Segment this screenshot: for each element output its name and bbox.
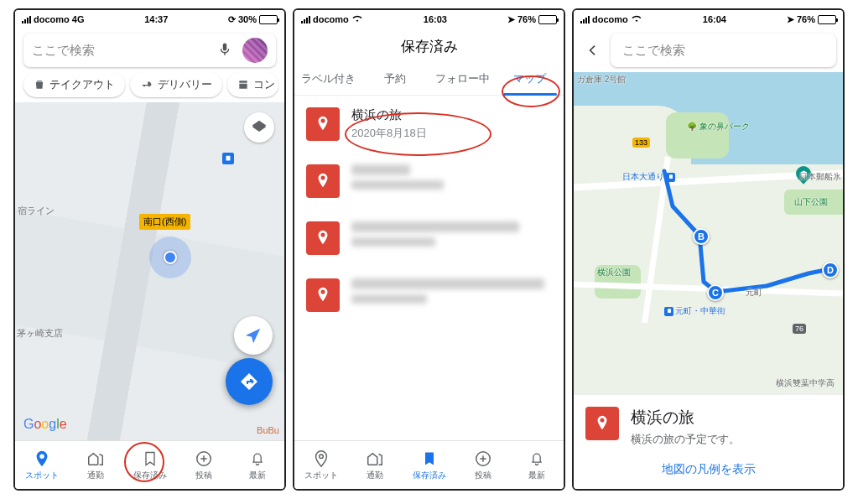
percent-badge: 76 <box>793 324 806 334</box>
nav-commute[interactable]: 通勤 <box>348 441 402 489</box>
tab-reservations[interactable]: 予約 <box>361 63 429 95</box>
waypoint-b[interactable]: B <box>693 228 710 245</box>
nav-commute[interactable]: 通勤 <box>69 441 122 489</box>
search-placeholder: ここで検索 <box>32 43 217 59</box>
microphone-icon[interactable] <box>217 42 229 59</box>
card-subtitle: 横浜の旅の予定です。 <box>631 432 740 447</box>
chevron-left-icon <box>586 44 600 57</box>
profile-avatar[interactable] <box>242 38 268 63</box>
label-yusen: 日本郵船氷 <box>799 171 841 183</box>
tabs: ラベル付き 予約 フォロー中 マップ <box>294 63 564 96</box>
tab-following[interactable]: フォロー中 <box>429 63 497 95</box>
locate-me-button[interactable] <box>234 316 273 355</box>
delivery-icon <box>140 79 153 91</box>
card-title: 横浜の旅 <box>631 407 740 429</box>
list-item[interactable] <box>294 267 564 324</box>
carrier-label: docomo <box>34 14 70 24</box>
show-legend-link[interactable]: 地図の凡例を表示 <box>585 462 831 477</box>
label-motomachi-station: 元町・中華街 <box>664 305 725 317</box>
nav-updates[interactable]: 最新 <box>510 441 564 489</box>
item-title: 横浜の旅 <box>351 107 552 123</box>
tab-maps[interactable]: マップ <box>497 63 564 95</box>
directions-icon <box>239 372 259 392</box>
map-info-card: 横浜の旅 横浜の旅の予定です。 地図の凡例を表示 <box>574 394 843 489</box>
bottom-nav: スポット 通勤 保存済み 投稿 最新 <box>294 440 564 489</box>
wifi-icon <box>351 14 363 25</box>
map-canvas[interactable]: B C D ガ倉庫 2号館 🌳 象の鼻パーク 133 日本大通り ⬢ 日本郵船氷… <box>574 72 843 394</box>
label-warehouse: ガ倉庫 2号館 <box>577 74 626 86</box>
battery-percent: 76% <box>797 14 815 24</box>
spot-icon <box>312 449 330 468</box>
bell-icon <box>528 449 546 468</box>
search-bar[interactable]: ここで検索 <box>611 34 836 67</box>
signal-icon <box>22 16 31 23</box>
map-pin-icon <box>585 407 619 440</box>
layers-button[interactable] <box>244 112 274 143</box>
svg-point-2 <box>320 454 324 458</box>
back-button[interactable] <box>580 34 606 67</box>
bell-icon <box>248 449 267 468</box>
category-chips: テイクアウト デリバリー コン <box>15 72 284 102</box>
nav-updates[interactable]: 最新 <box>231 441 284 489</box>
network-label: 4G <box>72 14 85 24</box>
layers-icon <box>251 119 268 136</box>
station-label: 南口(西側) <box>139 214 190 230</box>
signal-icon <box>301 16 310 23</box>
waypoint-c[interactable]: C <box>707 284 724 301</box>
label-school: 横浜雙葉中学高 <box>776 377 835 389</box>
list-item[interactable] <box>294 153 564 210</box>
nav-contribute[interactable]: 投稿 <box>456 441 510 489</box>
map-pin-icon <box>306 164 340 198</box>
location-arrow-icon: ➤ <box>787 14 794 25</box>
location-arrow-icon: ➤ <box>507 14 515 25</box>
bookmark-fill-icon <box>420 449 439 468</box>
battery-icon <box>259 15 278 24</box>
search-placeholder: ここで検索 <box>622 43 685 59</box>
nav-contribute[interactable]: 投稿 <box>177 441 231 489</box>
nav-spot[interactable]: スポット <box>294 441 348 489</box>
label-park: 🌳 象の鼻パーク <box>687 121 750 132</box>
directions-button[interactable] <box>226 358 273 405</box>
svg-rect-4 <box>669 174 673 179</box>
page-title: 保存済み <box>294 29 564 63</box>
waypoint-d[interactable]: D <box>822 262 839 278</box>
clock: 14:37 <box>144 14 168 24</box>
nav-saved[interactable]: 保存済み <box>122 441 176 489</box>
plus-icon <box>195 449 213 468</box>
map-canvas[interactable]: 宿ライン 南口(西側) 茅ヶ崎支店 BuBu Google <box>15 102 284 440</box>
nav-saved[interactable]: 保存済み <box>402 441 455 489</box>
line-label: 宿ライン <box>18 205 55 217</box>
list-item[interactable] <box>294 210 564 267</box>
top-bar: ここで検索 <box>574 29 843 72</box>
branch-label: 茅ヶ崎支店 <box>17 327 63 340</box>
tab-labeled[interactable]: ラベル付き <box>294 63 361 95</box>
battery-percent: 30% <box>238 14 257 24</box>
search-bar[interactable]: ここで検索 <box>23 34 276 67</box>
phone-map-view: docomo 4G 14:37 ⟳ 30% ここで検索 テイクアウト デリバリー… <box>13 8 286 491</box>
plus-icon <box>474 449 492 468</box>
label-yamashita: 山下公園 <box>794 196 828 208</box>
carrier-label: docomo <box>592 14 628 24</box>
bubu-label: BuBu <box>257 425 279 435</box>
bookmark-icon <box>141 449 159 468</box>
wifi-icon <box>631 14 642 25</box>
commute-icon <box>366 449 384 468</box>
chip-more[interactable]: コン <box>227 72 278 97</box>
status-bar: docomo 4G 14:37 ⟳ 30% <box>15 10 284 29</box>
chip-takeout[interactable]: テイクアウト <box>23 72 125 97</box>
chip-delivery[interactable]: デリバリー <box>130 72 222 97</box>
signal-icon <box>580 16 590 23</box>
label-yokohama-park: 横浜公園 <box>597 267 631 278</box>
bottom-nav: スポット 通勤 保存済み 投稿 最新 <box>15 440 284 489</box>
battery-icon <box>538 15 557 24</box>
battery-icon <box>818 15 836 24</box>
store-icon <box>237 79 249 91</box>
map-pin-icon <box>306 221 340 255</box>
list-item[interactable]: 横浜の旅 2020年8月18日 <box>294 96 564 153</box>
clock: 16:03 <box>424 14 447 24</box>
phone-saved-list: docomo 16:03 ➤ 76% 保存済み ラベル付き 予約 フォロー中 マ… <box>293 8 565 491</box>
map-pin-icon <box>306 278 340 312</box>
saved-maps-list: 横浜の旅 2020年8月18日 <box>294 96 564 440</box>
route-shield: 133 <box>632 138 650 148</box>
nav-spot[interactable]: スポット <box>15 441 69 489</box>
